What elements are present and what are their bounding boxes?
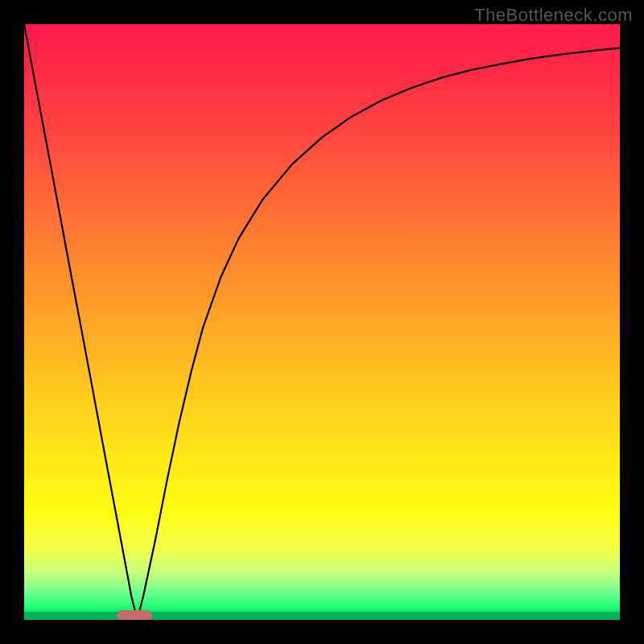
optimal-range-marker <box>117 610 152 620</box>
watermark-text: TheBottleneck.com <box>474 5 633 26</box>
chart-frame: TheBottleneck.com <box>0 0 644 644</box>
plot-area <box>24 24 620 620</box>
bottleneck-curve <box>24 24 620 620</box>
curve-svg <box>24 24 620 620</box>
